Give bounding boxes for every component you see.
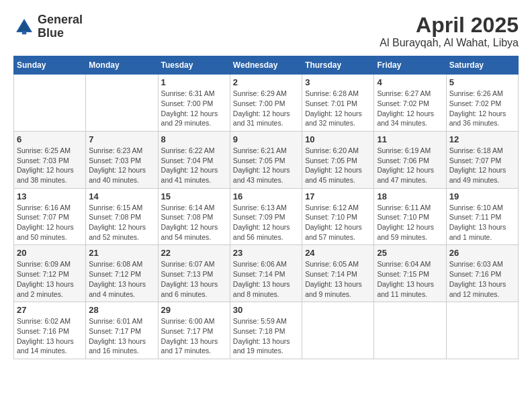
- calendar-cell: 14Sunrise: 6:15 AM Sunset: 7:08 PM Dayli…: [86, 188, 158, 245]
- weekday-header: Wednesday: [230, 56, 302, 75]
- day-number: 24: [305, 248, 371, 258]
- day-info: Sunrise: 6:15 AM Sunset: 7:08 PM Dayligh…: [89, 203, 154, 242]
- calendar-cell: 3Sunrise: 6:28 AM Sunset: 7:01 PM Daylig…: [302, 75, 374, 132]
- day-number: 9: [233, 134, 299, 144]
- day-number: 26: [449, 248, 515, 258]
- calendar-table: SundayMondayTuesdayWednesdayThursdayFrid…: [13, 56, 519, 359]
- day-info: Sunrise: 5:59 AM Sunset: 7:18 PM Dayligh…: [233, 316, 299, 356]
- day-info: Sunrise: 6:03 AM Sunset: 7:16 PM Dayligh…: [449, 259, 515, 299]
- calendar-cell: [86, 75, 158, 132]
- day-number: 21: [89, 248, 154, 258]
- calendar-title: April 2025: [380, 13, 519, 37]
- day-number: 22: [161, 248, 227, 258]
- calendar-subtitle: Al Burayqah, Al Wahat, Libya: [380, 37, 519, 49]
- svg-marker-1: [17, 20, 30, 31]
- day-info: Sunrise: 6:31 AM Sunset: 7:00 PM Dayligh…: [161, 89, 227, 128]
- day-info: Sunrise: 6:04 AM Sunset: 7:15 PM Dayligh…: [377, 259, 443, 299]
- calendar-header-row: SundayMondayTuesdayWednesdayThursdayFrid…: [14, 56, 519, 75]
- day-info: Sunrise: 6:05 AM Sunset: 7:14 PM Dayligh…: [305, 259, 371, 299]
- calendar-cell: 20Sunrise: 6:09 AM Sunset: 7:12 PM Dayli…: [14, 245, 86, 302]
- weekday-header: Sunday: [14, 56, 86, 75]
- weekday-header: Thursday: [302, 56, 374, 75]
- day-number: 23: [233, 248, 299, 258]
- day-info: Sunrise: 6:02 AM Sunset: 7:16 PM Dayligh…: [17, 316, 83, 356]
- day-number: 27: [17, 305, 83, 315]
- calendar-cell: 25Sunrise: 6:04 AM Sunset: 7:15 PM Dayli…: [374, 245, 446, 302]
- calendar-cell: [302, 302, 374, 359]
- calendar-week-row: 6Sunrise: 6:25 AM Sunset: 7:03 PM Daylig…: [14, 131, 519, 188]
- calendar-cell: 13Sunrise: 6:16 AM Sunset: 7:07 PM Dayli…: [14, 188, 86, 245]
- day-info: Sunrise: 6:06 AM Sunset: 7:14 PM Dayligh…: [233, 259, 299, 299]
- day-number: 15: [161, 191, 227, 201]
- title-block: April 2025 Al Burayqah, Al Wahat, Libya: [380, 13, 519, 49]
- day-info: Sunrise: 6:23 AM Sunset: 7:03 PM Dayligh…: [89, 146, 154, 185]
- day-number: 10: [305, 134, 371, 144]
- day-info: Sunrise: 6:18 AM Sunset: 7:07 PM Dayligh…: [449, 146, 515, 185]
- calendar-cell: 5Sunrise: 6:26 AM Sunset: 7:02 PM Daylig…: [446, 75, 518, 132]
- day-number: 7: [89, 134, 154, 144]
- logo-text: General Blue: [38, 13, 83, 40]
- day-number: 20: [17, 248, 83, 258]
- calendar-cell: [14, 75, 86, 132]
- day-number: 6: [17, 134, 83, 144]
- day-number: 8: [161, 134, 227, 144]
- calendar-cell: 8Sunrise: 6:22 AM Sunset: 7:04 PM Daylig…: [158, 131, 230, 188]
- svg-rect-2: [22, 31, 26, 34]
- calendar-cell: 1Sunrise: 6:31 AM Sunset: 7:00 PM Daylig…: [158, 75, 230, 132]
- calendar-cell: 16Sunrise: 6:13 AM Sunset: 7:09 PM Dayli…: [230, 188, 302, 245]
- calendar-cell: 4Sunrise: 6:27 AM Sunset: 7:02 PM Daylig…: [374, 75, 446, 132]
- calendar-week-row: 27Sunrise: 6:02 AM Sunset: 7:16 PM Dayli…: [14, 302, 519, 359]
- day-number: 29: [161, 305, 227, 315]
- calendar-cell: 2Sunrise: 6:29 AM Sunset: 7:00 PM Daylig…: [230, 75, 302, 132]
- day-info: Sunrise: 6:11 AM Sunset: 7:10 PM Dayligh…: [377, 203, 443, 242]
- day-number: 13: [17, 191, 83, 201]
- day-number: 2: [233, 77, 299, 87]
- calendar-cell: 23Sunrise: 6:06 AM Sunset: 7:14 PM Dayli…: [230, 245, 302, 302]
- day-number: 1: [161, 77, 227, 87]
- day-info: Sunrise: 6:29 AM Sunset: 7:00 PM Dayligh…: [233, 89, 299, 128]
- day-info: Sunrise: 6:07 AM Sunset: 7:13 PM Dayligh…: [161, 259, 227, 299]
- calendar-week-row: 1Sunrise: 6:31 AM Sunset: 7:00 PM Daylig…: [14, 75, 519, 132]
- day-info: Sunrise: 6:28 AM Sunset: 7:01 PM Dayligh…: [305, 89, 371, 128]
- day-info: Sunrise: 6:20 AM Sunset: 7:05 PM Dayligh…: [305, 146, 371, 185]
- page-header: General Blue April 2025 Al Burayqah, Al …: [13, 13, 519, 49]
- calendar-cell: 26Sunrise: 6:03 AM Sunset: 7:16 PM Dayli…: [446, 245, 518, 302]
- day-info: Sunrise: 6:21 AM Sunset: 7:05 PM Dayligh…: [233, 146, 299, 185]
- day-info: Sunrise: 6:22 AM Sunset: 7:04 PM Dayligh…: [161, 146, 227, 185]
- day-info: Sunrise: 6:16 AM Sunset: 7:07 PM Dayligh…: [17, 203, 83, 242]
- day-number: 25: [377, 248, 443, 258]
- day-info: Sunrise: 6:08 AM Sunset: 7:12 PM Dayligh…: [89, 259, 154, 299]
- calendar-cell: 17Sunrise: 6:12 AM Sunset: 7:10 PM Dayli…: [302, 188, 374, 245]
- day-number: 30: [233, 305, 299, 315]
- day-number: 28: [89, 305, 154, 315]
- day-info: Sunrise: 6:14 AM Sunset: 7:08 PM Dayligh…: [161, 203, 227, 242]
- calendar-cell: [374, 302, 446, 359]
- calendar-cell: 12Sunrise: 6:18 AM Sunset: 7:07 PM Dayli…: [446, 131, 518, 188]
- calendar-cell: 21Sunrise: 6:08 AM Sunset: 7:12 PM Dayli…: [86, 245, 158, 302]
- day-info: Sunrise: 6:25 AM Sunset: 7:03 PM Dayligh…: [17, 146, 83, 185]
- day-info: Sunrise: 6:01 AM Sunset: 7:17 PM Dayligh…: [89, 316, 154, 356]
- day-info: Sunrise: 6:19 AM Sunset: 7:06 PM Dayligh…: [377, 146, 443, 185]
- day-number: 11: [377, 134, 443, 144]
- day-info: Sunrise: 6:10 AM Sunset: 7:11 PM Dayligh…: [449, 203, 515, 242]
- day-info: Sunrise: 6:27 AM Sunset: 7:02 PM Dayligh…: [377, 89, 443, 128]
- calendar-cell: 6Sunrise: 6:25 AM Sunset: 7:03 PM Daylig…: [14, 131, 86, 188]
- day-info: Sunrise: 6:12 AM Sunset: 7:10 PM Dayligh…: [305, 203, 371, 242]
- weekday-header: Monday: [86, 56, 158, 75]
- day-number: 12: [449, 134, 515, 144]
- day-info: Sunrise: 6:13 AM Sunset: 7:09 PM Dayligh…: [233, 203, 299, 242]
- calendar-cell: 19Sunrise: 6:10 AM Sunset: 7:11 PM Dayli…: [446, 188, 518, 245]
- day-number: 3: [305, 77, 371, 87]
- weekday-header: Tuesday: [158, 56, 230, 75]
- day-number: 17: [305, 191, 371, 201]
- weekday-header: Saturday: [446, 56, 518, 75]
- day-number: 4: [377, 77, 443, 87]
- calendar-cell: 24Sunrise: 6:05 AM Sunset: 7:14 PM Dayli…: [302, 245, 374, 302]
- calendar-cell: 7Sunrise: 6:23 AM Sunset: 7:03 PM Daylig…: [86, 131, 158, 188]
- day-number: 5: [449, 77, 515, 87]
- calendar-cell: [446, 302, 518, 359]
- calendar-cell: 11Sunrise: 6:19 AM Sunset: 7:06 PM Dayli…: [374, 131, 446, 188]
- calendar-cell: 18Sunrise: 6:11 AM Sunset: 7:10 PM Dayli…: [374, 188, 446, 245]
- calendar-cell: 15Sunrise: 6:14 AM Sunset: 7:08 PM Dayli…: [158, 188, 230, 245]
- day-info: Sunrise: 6:09 AM Sunset: 7:12 PM Dayligh…: [17, 259, 83, 299]
